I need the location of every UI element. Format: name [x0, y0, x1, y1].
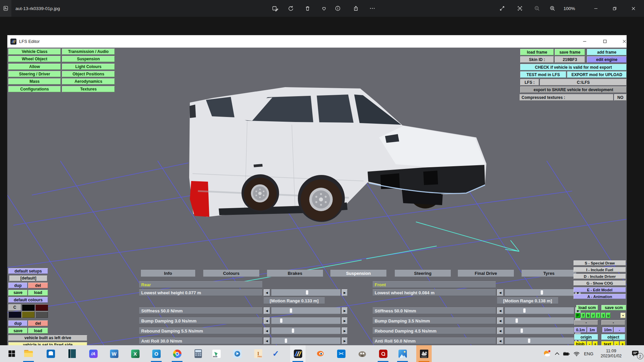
- slider-thumb[interactable]: [541, 290, 543, 295]
- colour-save-button[interactable]: save: [8, 328, 28, 334]
- rotate-button[interactable]: [284, 2, 297, 14]
- taskbar-file-explorer-icon[interactable]: [21, 345, 36, 362]
- info-button[interactable]: [332, 2, 344, 14]
- dash-button-left[interactable]: -: [574, 320, 598, 325]
- button-object[interactable]: object: [601, 334, 625, 340]
- colour-c-button[interactable]: C: [8, 304, 21, 311]
- button-load-scm[interactable]: load scm: [576, 305, 598, 310]
- menu-configurations[interactable]: Configurations: [8, 86, 61, 92]
- photos-app-button[interactable]: [0, 0, 11, 17]
- language-indicator[interactable]: ENG: [582, 351, 596, 356]
- taskbar-calculator-icon[interactable]: [191, 345, 206, 362]
- rear-slider-track[interactable]: [271, 338, 340, 344]
- setup-load-button[interactable]: load: [28, 290, 48, 296]
- wheel-letter-b[interactable]: b: [586, 313, 590, 318]
- colour-swatch[interactable]: [22, 304, 35, 311]
- menu-mass[interactable]: Mass: [8, 78, 61, 84]
- front-slider-track[interactable]: [505, 317, 574, 324]
- share-button[interactable]: [350, 2, 362, 14]
- weather-tray-icon[interactable]: [541, 345, 553, 362]
- slider-thumb[interactable]: [292, 328, 294, 333]
- tab-brakes[interactable]: Brakes: [267, 270, 323, 277]
- togg-i-include-fuel[interactable]: I - Include Fuel: [574, 267, 626, 272]
- front-slider-track[interactable]: [505, 289, 574, 296]
- tab-tyres[interactable]: Tyres: [522, 270, 576, 277]
- dash-button-right[interactable]: -: [601, 320, 625, 325]
- fit-to-window-button[interactable]: [514, 2, 526, 14]
- slider-left-arrow[interactable]: ◀: [264, 317, 270, 324]
- tab-suspension[interactable]: Suspension: [330, 270, 386, 277]
- wheel-letter-r[interactable]: r: [591, 313, 595, 318]
- button-default-colours[interactable]: default colours: [8, 297, 48, 303]
- button-save-frame[interactable]: save frame: [555, 49, 585, 55]
- wheel-letter-t[interactable]: t: [601, 313, 605, 318]
- fullscreen-button[interactable]: [496, 2, 508, 14]
- tab-info[interactable]: Info: [141, 270, 195, 277]
- tab-steering[interactable]: Steering: [395, 270, 451, 277]
- colour-swatch[interactable]: [35, 311, 48, 318]
- button-save-scm[interactable]: save scm: [601, 305, 626, 310]
- menu-wheel-object[interactable]: Wheel Object: [8, 56, 61, 62]
- menu-object-positions[interactable]: Object Positions: [62, 71, 115, 77]
- setup-default-item[interactable]: [default]: [9, 276, 47, 281]
- colour-swatch[interactable]: [22, 311, 35, 318]
- button-origin[interactable]: origin: [574, 334, 598, 340]
- taskbar-acrobat-icon[interactable]: [375, 345, 391, 362]
- menu-allow[interactable]: Allow: [8, 64, 61, 70]
- zoom-level[interactable]: 100%: [564, 0, 575, 17]
- menu-steering-driver[interactable]: Steering / Driver: [8, 71, 61, 77]
- tray-expand-chevron[interactable]: [553, 345, 561, 362]
- wheel-letter-p[interactable]: P: [575, 313, 580, 318]
- taskbar-photos-icon[interactable]: [395, 345, 410, 362]
- slider-left-arrow[interactable]: ◀: [497, 307, 503, 314]
- menu-vehicle-class[interactable]: Vehicle Class: [8, 49, 61, 55]
- wheel-letter-item[interactable]: •: [621, 313, 626, 318]
- taskbar-notebook-app-icon[interactable]: [64, 345, 80, 362]
- slider-thumb[interactable]: [285, 339, 287, 343]
- menu-textures[interactable]: Textures: [62, 86, 115, 92]
- wheel-letter-f[interactable]: f: [581, 313, 585, 318]
- togg-s-special-draw[interactable]: S - Special Draw: [574, 260, 626, 265]
- taskbar-start-button[interactable]: [4, 345, 19, 362]
- slider-right-arrow[interactable]: ▶: [342, 338, 347, 344]
- check-valid-button[interactable]: CHECK if vehicle is valid for mod export: [520, 64, 627, 70]
- restore-button[interactable]: [607, 0, 622, 17]
- button-add-frame[interactable]: add frame: [587, 49, 627, 55]
- share-vehicle-button[interactable]: export to SHARE vehicle for development: [520, 86, 627, 93]
- colour-dup-button[interactable]: dup: [8, 320, 28, 326]
- lfs-path-value[interactable]: C:\LFS: [540, 79, 627, 85]
- scale-1m[interactable]: 1m: [587, 327, 597, 333]
- taskbar-media-player-icon[interactable]: [229, 345, 245, 362]
- tab-colours[interactable]: Colours: [203, 270, 259, 277]
- lfs-maximize-button[interactable]: [597, 35, 612, 48]
- slider-left-arrow[interactable]: ◀: [497, 289, 503, 296]
- wheel-letter-l[interactable]: l: [596, 313, 600, 318]
- wheel-letter-u[interactable]: u: [606, 313, 610, 318]
- togg-a-animation[interactable]: A - Animation: [574, 294, 626, 299]
- slider-left-arrow[interactable]: ◀: [264, 307, 270, 314]
- front-slider-track[interactable]: [505, 338, 574, 344]
- taskbar-microsoft-store-icon[interactable]: [43, 345, 58, 362]
- togg-g-show-cog[interactable]: G - Show COG: [574, 281, 626, 286]
- slider-right-arrow[interactable]: ▶: [342, 289, 347, 296]
- taskbar-todo-icon[interactable]: ✓: [268, 345, 283, 362]
- taskbar-excel-icon[interactable]: X: [127, 345, 143, 362]
- favorite-button[interactable]: [318, 2, 330, 14]
- lfs-minimize-button[interactable]: [577, 35, 592, 48]
- slider-thumb[interactable]: [306, 290, 308, 295]
- togg-d-include-driver[interactable]: D - Include Driver: [574, 274, 626, 279]
- scale-item[interactable]: -: [614, 327, 625, 333]
- zoom-in-button[interactable]: [546, 2, 558, 14]
- front-slider-track[interactable]: [505, 307, 574, 314]
- slider-thumb[interactable]: [290, 308, 292, 313]
- taskbar-chrome-icon[interactable]: [169, 345, 185, 362]
- colour-swatch[interactable]: [35, 304, 48, 311]
- slider-thumb[interactable]: [528, 339, 530, 343]
- taskbar-blender-icon[interactable]: [313, 345, 328, 362]
- zoom-out-button[interactable]: [531, 2, 543, 14]
- minimize-button[interactable]: [588, 0, 603, 17]
- delete-button[interactable]: [302, 2, 314, 14]
- front-slider-track[interactable]: [505, 327, 574, 334]
- menu-aerodynamics[interactable]: Aerodynamics: [62, 78, 115, 84]
- setup-del-button[interactable]: del: [28, 283, 48, 288]
